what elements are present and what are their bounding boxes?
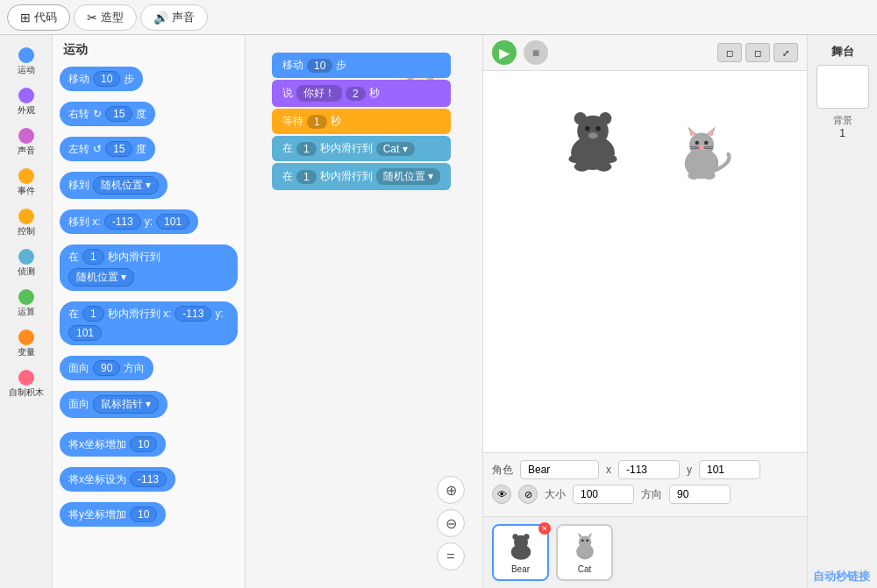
bear-svg [553, 106, 632, 176]
sound-cat-dot [18, 128, 34, 144]
green-flag-button[interactable]: ▶ [492, 40, 517, 65]
script-area[interactable]: 🐱 移动 10 步 说 你好！ 2 秒 等待 [246, 35, 482, 588]
blocks-panel: 运动 移动 10 步 右转 ↻ 15 度 [53, 35, 246, 588]
stage-cat-sprite[interactable] [671, 124, 737, 189]
svg-point-8 [596, 162, 612, 172]
sprite-y-input[interactable] [699, 460, 760, 479]
svg-point-25 [703, 172, 716, 180]
category-custom[interactable]: 自制积木 [0, 365, 52, 403]
layout-btn-small[interactable]: ◻ [717, 43, 742, 62]
sprite-thumb-cat[interactable]: Cat [556, 524, 613, 581]
flip-toggle[interactable]: ⊘ [518, 485, 538, 504]
costume-icon: ✂ [87, 11, 97, 25]
svg-point-4 [585, 126, 589, 131]
category-looks[interactable]: 外观 [0, 82, 52, 121]
script-blocks-container: 移动 10 步 说 你好！ 2 秒 等待 1 秒 [272, 53, 451, 192]
layout-btn-fullscreen[interactable]: ⤢ [774, 43, 798, 62]
sprite-thumb-bear[interactable]: ✕ Bear [492, 524, 549, 581]
svg-point-10 [604, 155, 617, 163]
events-dot [18, 168, 34, 184]
layout-btn-large[interactable]: ◻ [745, 43, 770, 62]
block-goto-random[interactable]: 移到 随机位置 ▾ [60, 172, 168, 199]
zoom-in-button[interactable]: ⊕ [437, 476, 465, 504]
svg-point-6 [588, 132, 598, 138]
script-block-glide-cat[interactable]: 在 1 秒内滑行到 Cat ▾ [272, 136, 451, 161]
category-operators[interactable]: 运算 [0, 284, 52, 322]
sensing-dot [18, 249, 34, 265]
block-face-direction[interactable]: 面向 90 方向 [60, 356, 153, 380]
sprite-info-panel: 角色 x y 👁 ⊘ 大小 方向 [483, 452, 807, 516]
svg-point-24 [688, 172, 700, 180]
category-motion[interactable]: 运动 [0, 42, 52, 81]
block-glide-xy[interactable]: 在 1 秒内滑行到 x: -113 y: 101 [60, 301, 238, 345]
svg-point-29 [524, 534, 529, 539]
svg-point-5 [596, 126, 601, 131]
category-control[interactable]: 控制 [0, 203, 52, 242]
stop-button[interactable]: ■ [524, 40, 548, 65]
tab-sound[interactable]: 🔊 声音 [140, 4, 208, 31]
block-glide-random[interactable]: 在 1 秒内滑行到 随机位置 ▾ [60, 244, 238, 291]
sprite-direction-input[interactable] [669, 485, 731, 504]
svg-point-2 [574, 112, 587, 124]
sprite-close-bear[interactable]: ✕ [538, 522, 551, 535]
variables-dot [18, 329, 34, 345]
visibility-toggle[interactable]: 👁 [492, 485, 511, 504]
zoom-out-button[interactable]: ⊖ [437, 509, 465, 537]
tab-costume[interactable]: ✂ 造型 [74, 4, 137, 31]
tab-code[interactable]: ⊞ 代码 [7, 4, 70, 31]
svg-point-17 [695, 141, 699, 145]
svg-point-28 [512, 534, 517, 539]
svg-point-34 [581, 539, 583, 542]
category-sound[interactable]: 声音 [0, 123, 52, 161]
stage-controls: ▶ ■ ◻ ◻ ⤢ [483, 35, 807, 71]
block-set-x[interactable]: 将x坐标设为 -113 [60, 467, 175, 492]
categories-panel: 运动 外观 声音 事件 控制 侦测 [0, 35, 53, 588]
script-block-wait[interactable]: 等待 1 秒 [272, 109, 451, 134]
stage-tab-sidebar: 舞台 背景 1 [807, 35, 877, 588]
layout-buttons: ◻ ◻ ⤢ [717, 43, 798, 62]
block-change-y[interactable]: 将y坐标增加 10 [60, 502, 166, 527]
panel-title: 运动 [60, 42, 238, 58]
zoom-controls: ⊕ ⊖ = [437, 476, 465, 570]
custom-dot [18, 370, 34, 386]
block-move[interactable]: 移动 10 步 [60, 67, 143, 91]
svg-marker-32 [577, 533, 581, 537]
script-block-move[interactable]: 移动 10 步 [272, 53, 451, 78]
stage-section: ▶ ■ ◻ ◻ ⤢ [482, 35, 807, 588]
sound-icon: 🔊 [153, 11, 168, 25]
sprites-list: ✕ Bear [483, 516, 807, 588]
zoom-reset-button[interactable]: = [437, 542, 465, 570]
operators-dot [18, 289, 34, 305]
svg-point-7 [574, 162, 590, 172]
block-change-x[interactable]: 将x坐标增加 10 [60, 432, 166, 457]
sprite-x-input[interactable] [618, 460, 680, 479]
backdrop-thumbnail[interactable] [816, 65, 869, 109]
svg-marker-33 [587, 533, 591, 537]
top-toolbar: ⊞ 代码 ✂ 造型 🔊 声音 [0, 0, 877, 35]
svg-point-9 [568, 155, 581, 163]
svg-point-31 [578, 535, 590, 548]
script-block-glide-random[interactable]: 在 1 秒内滑行到 随机位置 ▾ [272, 163, 451, 190]
category-events[interactable]: 事件 [0, 163, 52, 202]
watermark: 自动秒链接 [813, 569, 870, 584]
control-dot [18, 209, 34, 224]
block-face-mouse[interactable]: 面向 鼠标指针 ▾ [60, 391, 168, 418]
block-goto-xy[interactable]: 移到 x: -113 y: 101 [60, 209, 198, 234]
sprite-name-input[interactable] [520, 460, 599, 479]
category-variables[interactable]: 变量 [0, 324, 52, 363]
block-turn-left[interactable]: 左转 ↺ 15 度 [60, 137, 155, 161]
script-block-say[interactable]: 说 你好！ 2 秒 [272, 80, 451, 107]
code-icon: ⊞ [20, 11, 31, 25]
category-sensing[interactable]: 侦测 [0, 244, 52, 282]
stage-bear-sprite[interactable] [553, 106, 632, 176]
svg-point-18 [704, 141, 708, 145]
svg-point-19 [699, 145, 705, 150]
sprite-size-input[interactable] [573, 485, 634, 504]
cat-svg [671, 124, 732, 185]
svg-point-35 [586, 539, 588, 542]
block-turn-right[interactable]: 右转 ↻ 15 度 [60, 102, 155, 126]
stage-canvas [483, 71, 807, 452]
looks-dot [18, 88, 34, 103]
svg-point-3 [599, 112, 611, 124]
motion-dot [18, 47, 34, 63]
